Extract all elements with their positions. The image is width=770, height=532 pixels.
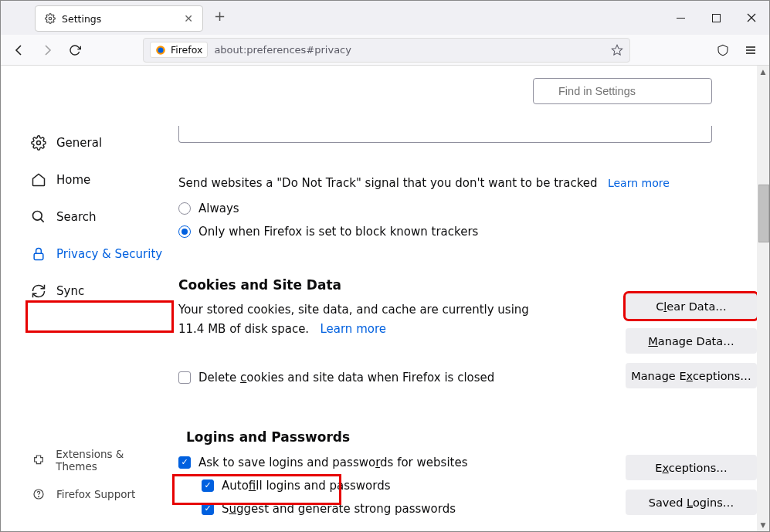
sidebar-item-support[interactable]: Firefox Support	[24, 480, 171, 508]
radio-checked-icon	[178, 225, 191, 238]
scrollbar-thumb[interactable]	[758, 185, 769, 242]
settings-search-input[interactable]	[533, 78, 712, 104]
forward-button[interactable]	[35, 38, 59, 63]
url-text: about:preferences#privacy	[214, 44, 605, 56]
svg-point-0	[49, 17, 52, 20]
checkbox-unchecked-icon	[178, 371, 191, 384]
svg-line-13	[41, 219, 44, 222]
svg-point-12	[33, 212, 42, 221]
manage-data-button[interactable]: Manage Data…	[626, 328, 757, 354]
checkbox-checked-icon: ✓	[202, 503, 214, 515]
sidebar-item-general[interactable]: General	[24, 127, 171, 158]
main-content: Send websites a "Do Not Track" signal th…	[178, 66, 757, 531]
back-button[interactable]	[7, 38, 32, 63]
svg-rect-2	[712, 14, 720, 22]
url-bar[interactable]: Firefox about:preferences#privacy	[143, 38, 630, 63]
scroll-up-arrow[interactable]: ▲	[757, 66, 769, 78]
svg-marker-7	[612, 45, 622, 55]
home-icon	[30, 172, 47, 188]
pocket-button[interactable]	[711, 38, 735, 63]
search-icon	[30, 209, 47, 225]
cookies-heading: Cookies and Site Data	[178, 277, 712, 293]
gear-icon	[45, 13, 56, 24]
logins-exceptions-button[interactable]: Exceptions…	[626, 455, 757, 480]
help-icon	[30, 488, 47, 500]
close-tab-icon[interactable]: ✕	[181, 12, 196, 25]
sidebar-item-extensions[interactable]: Extensions & Themes	[24, 440, 171, 480]
titlebar: Settings ✕ +	[1, 1, 769, 35]
svg-rect-14	[34, 253, 43, 259]
sidebar-item-home[interactable]: Home	[24, 164, 171, 195]
gear-icon	[30, 135, 47, 151]
checkbox-checked-icon: ✓	[202, 479, 214, 492]
sidebar-item-search[interactable]: Search	[24, 202, 171, 232]
sidebar-item-privacy[interactable]: Privacy & Security	[24, 239, 171, 269]
radio-unchecked-icon	[178, 202, 191, 215]
scrollbar-track[interactable]: ▲ ▼	[757, 66, 769, 531]
svg-point-6	[158, 47, 164, 53]
lock-icon	[30, 246, 47, 262]
scroll-down-arrow[interactable]: ▼	[757, 519, 769, 531]
logins-heading: Logins and Passwords	[186, 429, 712, 445]
sidebar-item-sync[interactable]: Sync	[24, 276, 171, 307]
new-tab-button[interactable]: +	[214, 9, 226, 23]
checkbox-checked-icon: ✓	[178, 456, 191, 469]
manage-exceptions-button[interactable]: Manage Exceptions…	[626, 363, 757, 388]
previous-section-box	[178, 126, 712, 143]
reload-button[interactable]	[63, 38, 87, 63]
close-window-button[interactable]	[734, 1, 769, 35]
svg-point-11	[37, 141, 41, 145]
sidebar: General Home Search Privacy & Security S…	[1, 66, 178, 531]
app-menu-button[interactable]	[738, 38, 763, 63]
dnt-description: Send websites a "Do Not Track" signal th…	[178, 176, 598, 190]
browser-tab[interactable]: Settings ✕	[35, 5, 203, 32]
navbar: Firefox about:preferences#privacy	[1, 35, 769, 66]
saved-logins-button[interactable]: Saved Logins…	[626, 490, 757, 515]
tab-title: Settings	[62, 13, 175, 25]
bookmark-star-icon[interactable]	[611, 44, 623, 56]
minimize-button[interactable]	[663, 1, 698, 35]
puzzle-icon	[30, 454, 46, 466]
svg-point-16	[39, 496, 39, 497]
maximize-button[interactable]	[698, 1, 734, 35]
dnt-only-radio[interactable]: Only when Firefox is set to block known …	[178, 225, 712, 239]
firefox-icon	[155, 45, 166, 56]
clear-data-button[interactable]: Clear Data…	[626, 293, 757, 319]
dnt-always-radio[interactable]: Always	[178, 202, 712, 215]
sync-icon	[30, 283, 47, 299]
site-identity[interactable]: Firefox	[150, 42, 208, 58]
cookies-learn-more-link[interactable]: Learn more	[320, 322, 386, 336]
dnt-learn-more-link[interactable]: Learn more	[608, 177, 670, 189]
